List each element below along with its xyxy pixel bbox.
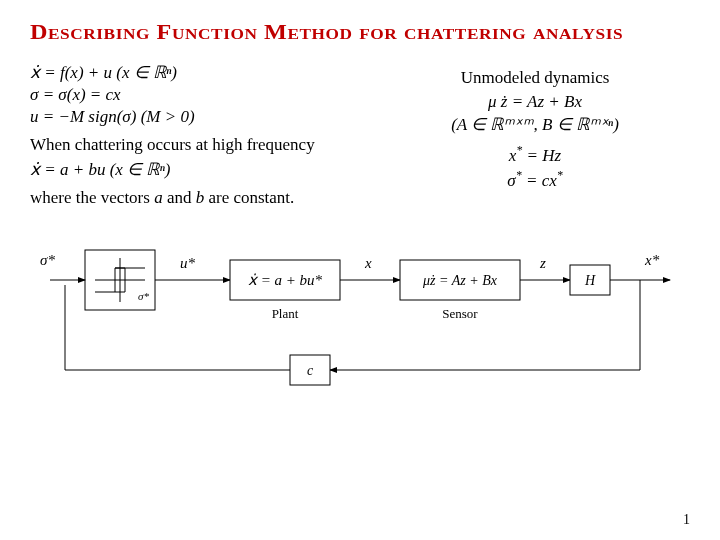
left-column: ẋ = f(x) + u (x ∈ ℝⁿ) σ = σ(x) = cx u = … (30, 60, 340, 212)
label-sigma-star: σ* (40, 252, 55, 268)
text-vectors: where the vectors a and b are constant. (30, 188, 340, 208)
eq-dims: (A ∈ ℝᵐˣᵐ, B ∈ ℝᵐˣⁿ) (380, 114, 690, 135)
eq-xstar: x* = Hz (380, 143, 690, 166)
eq-linear: ẋ = a + bu (x ∈ ℝⁿ) (30, 159, 340, 180)
heading-unmodeled: Unmodeled dynamics (380, 68, 690, 88)
svg-text:σ*: σ* (138, 290, 149, 302)
slide-title: Describing Function Method for chatterin… (30, 20, 720, 45)
eq-control: u = −M sign(σ) (M > 0) (30, 107, 340, 127)
label-z: z (539, 255, 546, 271)
right-column: Unmodeled dynamics μ ż = Az + Bx (A ∈ ℝᵐ… (380, 60, 690, 212)
content-columns: ẋ = f(x) + u (x ∈ ℝⁿ) σ = σ(x) = cx u = … (30, 60, 690, 212)
sensor-eq: μż = Az + Bx (422, 273, 498, 288)
eq-sigmastar: σ* = cx* (380, 168, 690, 191)
block-diagram: σ* σ* u* ẋ = a + bu* Plant x μż = Az + B… (30, 230, 690, 430)
page-number: 1 (683, 512, 690, 528)
eq-sensor-dyn: μ ż = Az + Bx (380, 92, 690, 112)
sensor-label: Sensor (442, 306, 478, 321)
eq-sigma: σ = σ(x) = cx (30, 85, 340, 105)
eq-state: ẋ = f(x) + u (x ∈ ℝⁿ) (30, 62, 340, 83)
label-x-star: x* (644, 252, 660, 268)
c-block: c (307, 363, 314, 378)
text-chattering: When chattering occurs at high frequency (30, 135, 340, 155)
label-x: x (364, 255, 372, 271)
plant-eq: ẋ = a + bu* (248, 272, 323, 288)
plant-label: Plant (272, 306, 299, 321)
h-block: H (584, 273, 596, 288)
label-u-star: u* (180, 255, 196, 271)
